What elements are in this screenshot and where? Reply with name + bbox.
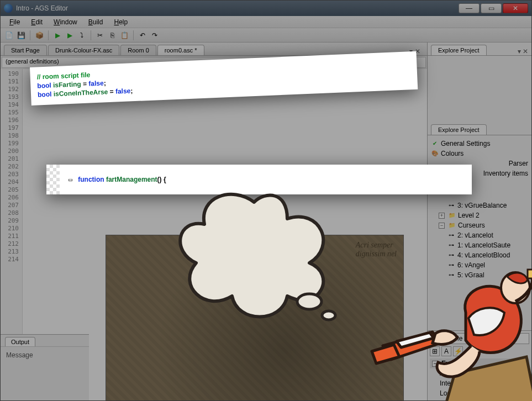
save-icon[interactable]: 💾 xyxy=(16,30,26,40)
svg-rect-3 xyxy=(528,270,532,278)
cut-icon[interactable]: ✂ xyxy=(95,30,105,40)
fart-cloud-illustration xyxy=(166,180,343,335)
copy-icon[interactable]: ⎘ xyxy=(107,30,117,40)
panel-close-icon[interactable]: ✕ xyxy=(523,48,528,55)
explorer-tab[interactable]: Explore Project xyxy=(431,45,487,55)
transparency-checker-icon xyxy=(46,165,60,194)
panel-dropdown-icon[interactable]: ▾ xyxy=(518,48,521,55)
new-icon[interactable]: 📄 xyxy=(4,30,14,40)
undo-icon[interactable]: ↶ xyxy=(138,30,148,40)
tab-room-0[interactable]: Room 0 xyxy=(120,45,156,55)
tree-folder-level2[interactable]: +📁Level 2 xyxy=(430,210,529,220)
debug-icon[interactable]: ▶ xyxy=(65,30,75,40)
tab-drunk-colour[interactable]: Drunk-Colour-FX.asc xyxy=(48,45,119,55)
output-column-header: Message xyxy=(1,346,89,363)
maximize-button[interactable]: ▭ xyxy=(481,3,502,13)
tree-view-item[interactable]: ⊶2: vLancelot xyxy=(430,230,529,240)
tab-room0-asc[interactable]: room0.asc * xyxy=(157,45,204,55)
folder-icon: 📁 xyxy=(448,221,456,229)
view-icon: ⊶ xyxy=(447,231,455,239)
menu-build[interactable]: Build xyxy=(83,17,109,27)
palette-icon: 🎨 xyxy=(431,150,439,157)
tree-general-settings[interactable]: ✔General Settings xyxy=(430,139,529,149)
toolbar: 📄 💾 📦 ▶ ▶ ⤵ ✂ ⎘ 📋 ↶ ↷ xyxy=(1,28,531,43)
window-title: Intro - AGS Editor xyxy=(16,4,459,12)
menubar: File Edit Window Build Help xyxy=(1,16,531,28)
tab-start-page[interactable]: Start Page xyxy=(4,45,47,55)
check-icon: ✔ xyxy=(431,140,439,147)
close-button[interactable]: ✕ xyxy=(503,3,528,13)
collapse-icon[interactable]: − xyxy=(439,223,445,229)
folder-icon: 📁 xyxy=(448,212,456,219)
svg-point-0 xyxy=(297,294,322,309)
package-icon[interactable]: 📦 xyxy=(34,30,44,40)
minimize-button[interactable]: — xyxy=(459,3,480,13)
menu-window[interactable]: Window xyxy=(48,17,83,27)
output-panel: Output Message xyxy=(1,334,89,400)
tree-folder-curseurs[interactable]: −📁Curseurs xyxy=(430,220,529,230)
menu-edit[interactable]: Edit xyxy=(25,17,48,27)
svg-point-1 xyxy=(322,311,335,320)
tree-view-item[interactable]: ⊶3: vGrueBalance xyxy=(430,200,529,210)
redo-icon[interactable]: ↷ xyxy=(150,30,160,40)
menu-file[interactable]: File xyxy=(4,17,25,27)
paste-icon[interactable]: 📋 xyxy=(119,30,129,40)
expand-icon[interactable]: + xyxy=(439,213,445,219)
tree-colours[interactable]: 🎨Colours xyxy=(430,149,529,159)
character-illustration xyxy=(350,246,532,401)
explorer-tab-2[interactable]: Explore Project xyxy=(431,124,487,135)
run-icon[interactable]: ▶ xyxy=(52,30,62,40)
titlebar: Intro - AGS Editor — ▭ ✕ xyxy=(1,1,531,16)
app-icon xyxy=(4,4,13,13)
output-tab[interactable]: Output xyxy=(5,337,35,346)
view-icon: ⊶ xyxy=(447,202,455,209)
step-icon[interactable]: ⤵ xyxy=(77,30,87,40)
menu-help[interactable]: Help xyxy=(108,17,133,27)
